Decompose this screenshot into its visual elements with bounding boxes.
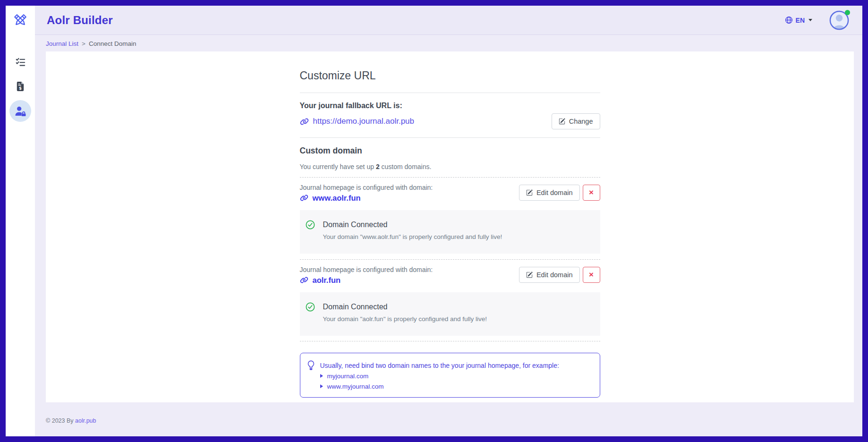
close-icon: × [589, 271, 594, 279]
tip-example: www.myjournal.com [320, 383, 559, 390]
dashed-divider [300, 259, 600, 260]
remove-domain-button[interactable]: × [583, 267, 600, 283]
dashed-divider [300, 177, 600, 178]
sidebar-item-journal-list[interactable] [9, 51, 31, 73]
status-title: Domain Connected [323, 302, 487, 311]
user-avatar[interactable] [829, 10, 849, 30]
footer-link[interactable]: aolr.pub [75, 417, 96, 424]
page-title: Customize URL [300, 68, 600, 83]
breadcrumb-separator: > [82, 40, 85, 47]
dashed-divider [300, 341, 600, 341]
edit-domain-button[interactable]: Edit domain [519, 185, 580, 201]
domain-row: Journal homepage is configured with doma… [300, 266, 600, 285]
link-icon [300, 277, 308, 283]
app-title: Aolr Builder [47, 14, 113, 27]
domain-status-box: Domain Connected Your domain "www.aolr.f… [300, 210, 600, 254]
status-text: Domain Connected Your domain "www.aolr.f… [323, 220, 502, 254]
breadcrumb-link-journal-list[interactable]: Journal List [46, 40, 78, 47]
domain-row: Journal homepage is configured with doma… [300, 184, 600, 203]
section-divider [300, 137, 600, 138]
tip-content: Usually, need bind two domain names to t… [320, 360, 559, 397]
check-circle-icon [306, 302, 315, 312]
domain-info: Journal homepage is configured with doma… [300, 184, 433, 203]
link-icon [300, 195, 308, 201]
section-divider [300, 93, 600, 93]
topbar: Aolr Builder EN [35, 6, 862, 35]
triangle-bullet-icon [320, 384, 323, 388]
custom-domain-title: Custom domain [300, 146, 600, 156]
domain-info: Journal homepage is configured with doma… [300, 266, 433, 285]
configured-label: Journal homepage is configured with doma… [300, 184, 433, 191]
domain-actions: Edit domain × [519, 185, 600, 203]
lightbulb-icon [307, 360, 315, 371]
sidebar-item-connect-domain[interactable] [9, 100, 31, 122]
edit-domain-button[interactable]: Edit domain [519, 267, 580, 283]
file-invoice-dollar-icon: $ [16, 81, 25, 92]
app-logo[interactable] [6, 6, 35, 35]
status-text: Domain Connected Your domain "aolr.fun" … [323, 302, 487, 336]
topbar-right: EN [785, 10, 849, 30]
app-window: $ Aolr Builder [6, 6, 862, 436]
triangle-bullet-icon [320, 374, 323, 378]
main-panel: Customize URL Your journal fallback URL … [46, 51, 854, 402]
checklist-icon [16, 57, 26, 67]
domain-link-line: www.aolr.fun [300, 194, 433, 203]
change-url-button[interactable]: Change [552, 113, 600, 129]
content-column: Customize URL Your journal fallback URL … [300, 68, 600, 398]
page-footer: © 2023 By aolr.pub [46, 417, 96, 424]
remove-domain-button[interactable]: × [583, 185, 600, 201]
tip-example: myjournal.com [320, 373, 559, 380]
globe-icon [785, 16, 793, 24]
breadcrumb-current: Connect Domain [89, 40, 136, 47]
custom-domain-summary: You currently have set up 2 custom domai… [300, 163, 600, 170]
sidebar-nav: $ [6, 51, 35, 122]
sidebar: $ [6, 6, 35, 436]
edit-icon [559, 118, 565, 125]
domain-status-box: Domain Connected Your domain "aolr.fun" … [300, 292, 600, 336]
configured-label: Journal homepage is configured with doma… [300, 266, 433, 273]
language-selector[interactable]: EN [785, 16, 812, 24]
fallback-url-row: https://demo.journal.aolr.pub Change [300, 113, 600, 129]
fallback-url-line: https://demo.journal.aolr.pub [300, 117, 415, 126]
sidebar-item-billing[interactable]: $ [9, 76, 31, 97]
svg-text:$: $ [19, 86, 22, 91]
tip-box: Usually, need bind two domain names to t… [300, 353, 600, 398]
domain-count: 2 [376, 163, 380, 170]
link-icon [300, 118, 309, 125]
crossed-pencils-logo-icon [11, 11, 30, 30]
status-title: Domain Connected [323, 220, 502, 229]
language-label: EN [796, 17, 805, 24]
status-detail: Your domain "aolr.fun" is properly confi… [323, 315, 487, 323]
fallback-url-link[interactable]: https://demo.journal.aolr.pub [313, 117, 415, 126]
domain-link[interactable]: www.aolr.fun [313, 194, 361, 203]
chevron-down-icon [808, 19, 812, 21]
edit-icon [526, 272, 533, 278]
online-status-dot [845, 10, 850, 15]
domain-link-line: aolr.fun [300, 276, 433, 285]
user-lock-icon [15, 106, 26, 116]
status-detail: Your domain "www.aolr.fun" is properly c… [323, 233, 502, 240]
domain-actions: Edit domain × [519, 267, 600, 285]
fallback-url-label: Your journal fallback URL is: [300, 102, 600, 110]
tip-text: Usually, need bind two domain names to t… [320, 362, 559, 369]
copyright-text: © 2023 By [46, 417, 75, 424]
domain-link[interactable]: aolr.fun [313, 276, 341, 285]
close-icon: × [589, 188, 594, 196]
browser-frame: $ Aolr Builder [0, 0, 868, 442]
edit-icon [526, 189, 533, 196]
breadcrumb: Journal List > Connect Domain [35, 35, 862, 51]
check-circle-icon [306, 220, 315, 230]
